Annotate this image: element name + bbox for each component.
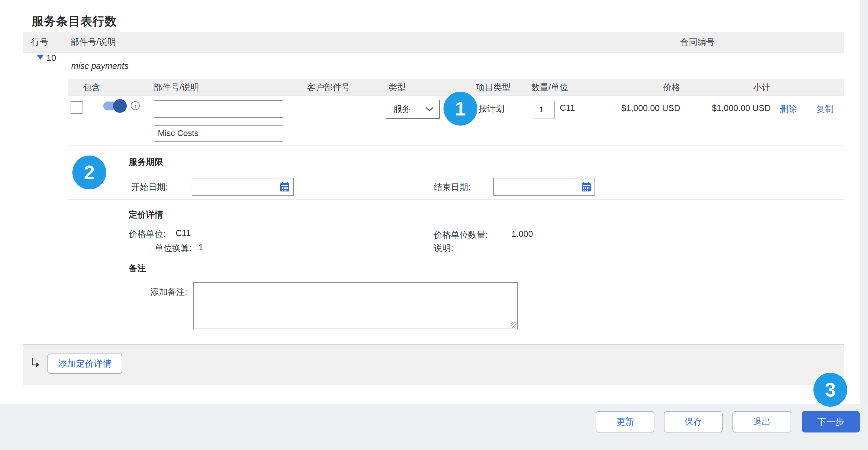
annotation-badge-3: 3 [813, 373, 847, 407]
outer-col-part-desc: 部件号/说明 [71, 36, 116, 48]
col-subtotal: 小计 [753, 82, 770, 93]
comment-textarea[interactable] [194, 283, 517, 329]
outer-col-line-no: 行号 [31, 36, 49, 48]
col-price: 价格 [663, 82, 680, 93]
add-pricing-details-button[interactable]: 添加定价详情 [48, 354, 122, 374]
table-footer-band: 添加定价详情 [23, 344, 844, 385]
start-date-label: 开始日期: [131, 181, 168, 193]
price-unit-value: C11 [176, 228, 191, 238]
price-unit-qty-label: 价格单位数量: [434, 229, 488, 241]
type-dropdown[interactable]: 服务 [385, 100, 440, 119]
start-date-input[interactable] [192, 178, 294, 196]
description-input[interactable] [154, 125, 283, 142]
section-divider [68, 253, 844, 253]
price-unit-qty-value: 1.000 [512, 229, 533, 239]
col-type: 类型 [389, 82, 406, 93]
row-select-checkbox[interactable] [71, 101, 83, 114]
item-type-value: 按计划 [478, 103, 504, 115]
type-dropdown-value: 服务 [393, 103, 410, 115]
include-toggle-knob [113, 99, 127, 113]
col-part-desc: 部件号/说明 [154, 82, 199, 93]
outer-col-contract-no: 合同编号 [680, 36, 715, 48]
collapse-triangle-icon[interactable] [37, 55, 44, 60]
resize-handle-icon[interactable] [510, 322, 517, 328]
annotation-badge-2: 2 [72, 155, 106, 189]
update-button[interactable]: 更新 [596, 411, 654, 432]
annotation-badge-1: 1 [443, 92, 477, 125]
calendar-icon[interactable] [280, 182, 289, 193]
service-entry-sheet-page: { "title": "服务条目表行数", "outer_table": { "… [0, 0, 868, 450]
end-date-input[interactable] [493, 178, 595, 196]
end-date-label: 结束日期: [434, 181, 470, 193]
copy-link[interactable]: 复制 [816, 103, 834, 115]
col-customer-part: 客户部件号 [307, 82, 350, 93]
quantity-input[interactable] [534, 101, 555, 118]
scrollbar-gutter [860, 0, 868, 404]
chevron-down-icon [425, 107, 434, 112]
comment-textarea-wrap [193, 282, 518, 329]
calendar-icon[interactable] [582, 182, 591, 193]
price-unit-label: 价格单位: [129, 228, 165, 240]
outer-row-description: misc payments [71, 61, 128, 71]
col-include: 包含 [83, 82, 100, 93]
unit-value: C11 [560, 103, 575, 113]
unit-conversion-label: 单位换算: [155, 242, 192, 254]
subtotal-value: $1,000.00 USD [712, 103, 771, 113]
description-label: 说明: [434, 242, 453, 254]
return-arrow-icon [32, 358, 40, 367]
part-number-input[interactable] [154, 100, 283, 118]
exit-button[interactable]: 退出 [733, 411, 791, 432]
price-value: $1,000.00 USD [621, 103, 680, 113]
next-button[interactable]: 下一步 [802, 411, 860, 432]
page-title: 服务条目表行数 [32, 13, 117, 29]
unit-conversion-value: 1 [198, 242, 203, 252]
add-comment-label: 添加备注: [150, 286, 187, 298]
col-qty-unit: 数量/单位 [531, 82, 568, 93]
save-button[interactable]: 保存 [664, 411, 723, 432]
include-toggle[interactable] [103, 101, 127, 111]
outer-row-line-no: 10 [46, 53, 56, 63]
service-period-heading: 服务期限 [129, 156, 163, 168]
comments-heading: 备注 [129, 262, 146, 274]
pricing-details-heading: 定价详情 [129, 209, 163, 221]
info-icon[interactable]: i [131, 101, 140, 110]
outer-table-header: 行号 部件号/说明 合同编号 [23, 32, 844, 53]
end-date-field [493, 178, 595, 196]
start-date-field [192, 178, 294, 196]
col-item-type: 项目类型 [476, 82, 510, 93]
delete-link[interactable]: 删除 [780, 103, 797, 115]
section-divider [68, 200, 844, 200]
